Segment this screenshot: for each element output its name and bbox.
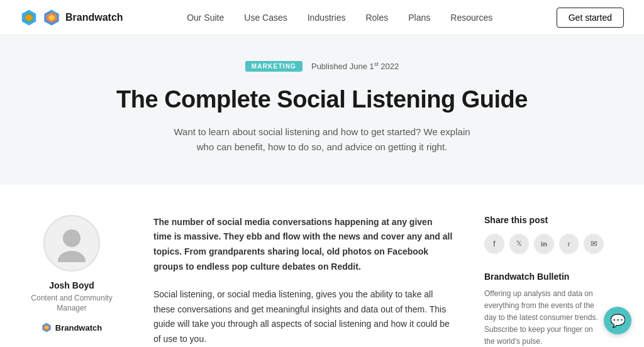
brandwatch-logo-icon	[20, 9, 38, 26]
nav-link-resources[interactable]: Resources	[450, 13, 492, 23]
article-body: The number of social media conversations…	[138, 185, 478, 347]
share-icons: f 𝕏 in r ✉	[484, 234, 604, 254]
share-label: Share this post	[484, 215, 604, 225]
svg-point-4	[58, 251, 86, 262]
author-brand-name: Brandwatch	[55, 323, 102, 333]
navbar: Brandwatch Our Suite Use Cases Industrie…	[0, 0, 644, 35]
hero-meta: MARKETING Published June 1st 2022	[13, 60, 631, 79]
share-linkedin-button[interactable]: in	[534, 234, 554, 254]
nav-link-our-suite[interactable]: Our Suite	[187, 13, 224, 23]
share-twitter-button[interactable]: 𝕏	[509, 234, 530, 254]
chat-button[interactable]: 💬	[604, 307, 631, 334]
bulletin-label: Brandwatch Bulletin	[484, 272, 604, 282]
avatar-image	[53, 224, 91, 262]
article-paragraph-2: Social listening, or social media listen…	[153, 287, 453, 347]
article-paragraph-1: The number of social media conversations…	[153, 215, 453, 275]
share-facebook-button[interactable]: f	[484, 234, 504, 254]
nav-link-use-cases[interactable]: Use Cases	[244, 13, 287, 23]
author-job-title: Content and Community Manager	[20, 293, 123, 314]
brandwatch-mini-icon	[42, 322, 52, 333]
hero-section: MARKETING Published June 1st 2022 The Co…	[0, 35, 644, 185]
article-title: The Complete Social Listening Guide	[13, 85, 631, 114]
share-reddit-button[interactable]: r	[559, 234, 579, 254]
author-sidebar: Josh Boyd Content and Community Manager …	[0, 185, 138, 347]
chat-icon: 💬	[610, 313, 626, 328]
article-description: Want to learn about social listening and…	[171, 124, 473, 155]
category-badge: MARKETING	[245, 61, 303, 72]
logo-text: Brandwatch	[65, 12, 123, 23]
content-area: Josh Boyd Content and Community Manager …	[0, 185, 644, 347]
nav-links: Our Suite Use Cases Industries Roles Pla…	[187, 13, 492, 23]
nav-link-roles[interactable]: Roles	[365, 13, 388, 23]
brandwatch-hex-icon	[43, 9, 60, 26]
share-sidebar: Share this post f 𝕏 in r ✉ Brandwatch Bu…	[478, 185, 616, 347]
share-email-button[interactable]: ✉	[584, 234, 604, 254]
author-avatar	[43, 215, 100, 272]
author-name: Josh Boyd	[49, 280, 94, 290]
author-brand: Brandwatch	[42, 322, 102, 333]
get-started-button[interactable]: Get started	[557, 8, 624, 28]
nav-link-industries[interactable]: Industries	[308, 13, 346, 23]
bulletin-description: Offering up analysis and data on everyth…	[484, 288, 604, 347]
logo[interactable]: Brandwatch	[20, 9, 123, 26]
nav-link-plans[interactable]: Plans	[408, 13, 430, 23]
svg-point-3	[63, 229, 80, 247]
publish-date: Published June 1st 2022	[311, 61, 399, 71]
